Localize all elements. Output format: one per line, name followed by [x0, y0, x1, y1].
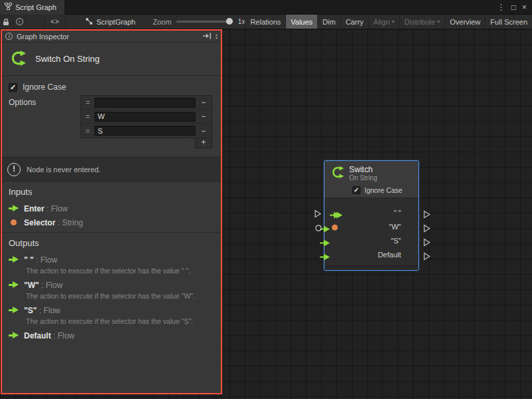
carry-button[interactable]: Carry — [340, 15, 368, 29]
flow-port-icon — [9, 307, 19, 314]
flow-output-port-icon[interactable] — [320, 239, 330, 247]
lock-icon — [2, 18, 10, 26]
port-row: " " — [325, 206, 418, 220]
zoom-label: Zoom — [153, 18, 172, 26]
warning-text: Node is never entered. — [27, 166, 100, 174]
switch-icon — [9, 50, 27, 68]
outputs-section: Outputs " " : Flow The action to execute… — [2, 233, 221, 345]
output-description: The action to execute if the selector ha… — [26, 292, 214, 300]
remove-option-button[interactable]: − — [196, 98, 211, 107]
ignore-case-checkbox[interactable]: ✓ — [9, 83, 17, 92]
zoom-slider-knob[interactable] — [226, 18, 233, 25]
remove-option-button[interactable]: − — [196, 126, 211, 136]
drag-handle-icon[interactable]: = — [81, 112, 94, 120]
values-button[interactable]: Values — [285, 15, 317, 29]
option-row: = − — [81, 96, 211, 110]
node-ignore-case-label: Ignore Case — [364, 186, 402, 194]
flow-port-icon — [9, 281, 19, 289]
remove-option-button[interactable]: − — [196, 112, 211, 121]
scroll-down-icon[interactable]: ▾ — [215, 37, 217, 40]
port-label: " " — [394, 206, 401, 220]
zoom-slider[interactable] — [176, 21, 233, 23]
maximize-icon[interactable]: □ — [511, 3, 516, 11]
graph-inspector-title: Graph Inspector — [17, 33, 69, 41]
flow-port-icon — [9, 205, 19, 212]
option-input[interactable] — [94, 112, 196, 122]
align-dropdown[interactable]: Align ▾ — [368, 15, 399, 29]
kebab-menu-icon[interactable]: ⋮ — [497, 3, 505, 11]
code-view-button[interactable]: <> — [45, 15, 65, 29]
node-footer — [325, 265, 418, 270]
tab-script-graph[interactable]: Script Graph — [0, 0, 65, 15]
selector-connection-circle-icon[interactable] — [315, 224, 323, 232]
node-ignore-case-checkbox[interactable]: ✓ — [352, 186, 360, 194]
flow-output-port-icon[interactable] — [332, 211, 342, 219]
script-graph-tab-icon — [5, 3, 12, 11]
inputs-section: Inputs Enter : Flow Selector : String — [2, 182, 221, 232]
titlebar: Script Graph ⋮ □ × — [0, 0, 532, 15]
overview-button[interactable]: Overview — [445, 15, 485, 29]
graph-inspector-header: i Graph Inspector ▴ ▾ — [2, 31, 221, 43]
graph-breadcrumb[interactable]: ScriptGraph — [85, 15, 136, 29]
close-icon[interactable]: × — [522, 3, 527, 11]
port-row: "W" — [325, 220, 418, 234]
output-connection-triangle-icon[interactable] — [423, 210, 431, 219]
relations-button[interactable]: Relations — [245, 15, 285, 29]
outputs-header: Outputs — [9, 238, 214, 248]
code-icon: <> — [51, 18, 60, 25]
port-label: "W" — [389, 220, 401, 234]
warning-banner: ! Node is never entered. — [2, 157, 221, 182]
panel-scroll-arrows[interactable]: ▴ ▾ — [215, 33, 219, 40]
inspect-button[interactable]: i — [13, 15, 27, 29]
zoom-value: 1x — [238, 18, 245, 25]
option-row: = − — [81, 110, 211, 124]
flow-output-port-icon[interactable] — [320, 253, 330, 261]
lock-button[interactable] — [0, 15, 13, 29]
output-item: "W" : Flow — [9, 278, 214, 292]
switch-node-header[interactable]: Switch On String ✓ Ignore Case — [325, 161, 418, 198]
ignore-case-label: Ignore Case — [23, 82, 66, 92]
port-label: Default — [378, 248, 401, 262]
switch-node-body: " " "W" "S" Default — [325, 198, 418, 265]
node-title: Switch — [349, 166, 377, 174]
switch-icon — [330, 165, 344, 182]
chevron-down-icon: ▾ — [392, 19, 394, 25]
enter-connection-triangle-icon[interactable] — [314, 209, 322, 218]
toolbar-toggle-buttons: Relations Values Dim Carry Align ▾ Distr… — [245, 15, 532, 29]
flow-port-icon — [9, 332, 19, 339]
fullscreen-button[interactable]: Full Screen — [485, 15, 532, 29]
port-row: "S" — [325, 234, 418, 248]
input-item: Enter : Flow — [9, 201, 214, 215]
port-label: "S" — [391, 234, 401, 248]
output-item: " " : Flow — [9, 253, 214, 267]
input-item: Selector : String — [9, 215, 214, 229]
flow-port-icon — [9, 256, 19, 263]
inspected-node-title: Switch On String — [35, 54, 100, 64]
inspected-node-title-row: Switch On String — [2, 43, 221, 76]
node-subtitle: On String — [349, 174, 377, 182]
dock-panel-icon[interactable] — [203, 33, 211, 41]
output-connection-triangle-icon[interactable] — [423, 238, 431, 247]
drag-handle-icon[interactable]: = — [81, 98, 94, 106]
graph-breadcrumb-label: ScriptGraph — [96, 18, 136, 26]
option-input[interactable] — [94, 126, 196, 136]
output-description: The action to execute if the selector ha… — [26, 317, 214, 325]
distribute-dropdown[interactable]: Distribute ▾ — [399, 15, 444, 29]
switch-node[interactable]: Switch On String ✓ Ignore Case " " "W" — [324, 160, 419, 271]
add-option-button[interactable]: + — [195, 138, 212, 148]
selector-string-port-icon[interactable] — [332, 224, 338, 230]
output-connection-triangle-icon[interactable] — [423, 224, 431, 233]
drag-handle-icon[interactable]: = — [81, 127, 94, 135]
options-label: Options — [2, 95, 80, 148]
option-row: = − — [81, 124, 211, 138]
output-connection-triangle-icon[interactable] — [423, 252, 431, 261]
option-input[interactable] — [94, 98, 196, 108]
dim-button[interactable]: Dim — [317, 15, 340, 29]
options-list: = − = − = − + — [80, 95, 212, 148]
graph-toolbar: i <> ScriptGraph Zoom 1x Relations Value… — [0, 15, 532, 29]
output-item: "S" : Flow — [9, 303, 214, 317]
chevron-down-icon: ▾ — [438, 19, 440, 25]
warning-icon: ! — [7, 163, 21, 176]
script-graph-icon — [85, 17, 93, 27]
graph-inspector-panel: i Graph Inspector ▴ ▾ Switch On String ✓ — [1, 29, 222, 394]
